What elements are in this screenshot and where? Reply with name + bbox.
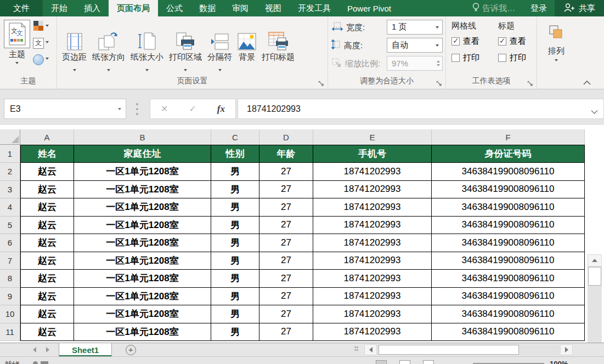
macro-record-icon[interactable] xyxy=(33,361,38,364)
breaks-button[interactable]: 分隔符 xyxy=(205,19,235,70)
cell-D6[interactable]: 27 xyxy=(259,234,313,252)
cell-F3[interactable]: 346384199008096110 xyxy=(432,181,585,199)
cell-C8[interactable]: 男 xyxy=(211,270,259,288)
tab-developer[interactable]: 开发工具 xyxy=(290,0,339,16)
cell-B7[interactable]: 一区1单元1208室 xyxy=(74,252,211,270)
scroll-up-icon[interactable] xyxy=(588,254,602,266)
scale-dialog-launcher-icon[interactable] xyxy=(436,79,443,86)
cell-E10[interactable]: 18741202993 xyxy=(313,305,432,323)
cell-C2[interactable]: 男 xyxy=(211,163,259,181)
cell-C11[interactable]: 男 xyxy=(211,323,259,342)
cell-E5[interactable]: 18741202993 xyxy=(313,217,432,235)
checkbox-unchecked[interactable] xyxy=(498,54,506,62)
tab-data[interactable]: 数据 xyxy=(191,0,224,16)
cell-A11[interactable]: 赵云 xyxy=(20,323,74,342)
tab-page-layout[interactable]: 页面布局 xyxy=(109,0,158,16)
cell-C6[interactable]: 男 xyxy=(211,234,259,252)
normal-view-icon[interactable] xyxy=(376,360,387,364)
cell-F10[interactable]: 346384199008096110 xyxy=(432,305,585,323)
checkbox-checked[interactable] xyxy=(451,37,460,46)
scale-spinner-arrows[interactable] xyxy=(437,59,440,68)
sheet-nav-left-icon[interactable] xyxy=(33,347,36,352)
sheet-nav-right-icon[interactable] xyxy=(46,347,49,352)
insert-function-icon[interactable]: fx xyxy=(217,104,225,115)
cell-E6[interactable]: 18741202993 xyxy=(313,234,432,252)
checkbox-unchecked[interactable] xyxy=(451,54,460,62)
background-button[interactable]: 背景 xyxy=(235,19,259,70)
cell-D2[interactable]: 27 xyxy=(259,163,313,181)
cell-C1[interactable]: 性别 xyxy=(211,145,259,163)
formula-bar-splitter[interactable]: ••• xyxy=(135,101,139,116)
cell-A6[interactable]: 赵云 xyxy=(20,234,74,252)
cell-F4[interactable]: 346384199008096110 xyxy=(432,198,585,217)
cell-E7[interactable]: 18741202993 xyxy=(313,252,432,270)
orientation-button[interactable]: 纸张方向 xyxy=(89,19,128,70)
cell-F2[interactable]: 346384199008096110 xyxy=(432,163,585,181)
formula-bar-expand-icon[interactable] xyxy=(591,106,598,116)
enter-icon[interactable]: ✓ xyxy=(189,104,196,114)
paper-size-button[interactable]: 纸张大小 xyxy=(128,19,166,70)
cell-A4[interactable]: 赵云 xyxy=(20,198,74,217)
width-dropdown[interactable]: 1 页 xyxy=(387,20,443,35)
cell-E9[interactable]: 18741202993 xyxy=(313,288,432,306)
cell-F11[interactable]: 346384199008096110 xyxy=(432,323,585,342)
cell-A1[interactable]: 姓名 xyxy=(20,145,74,163)
cell-A3[interactable]: 赵云 xyxy=(20,181,74,199)
sign-in-button[interactable]: 登录 xyxy=(523,0,555,16)
cell-F6[interactable]: 346384199008096110 xyxy=(432,234,585,252)
cell-C3[interactable]: 男 xyxy=(211,181,259,199)
page-break-view-icon[interactable] xyxy=(423,360,434,364)
row-header-3[interactable]: 3 xyxy=(0,181,20,199)
cell-C5[interactable]: 男 xyxy=(211,217,259,235)
horizontal-scrollbar[interactable] xyxy=(364,344,573,355)
theme-colors-button[interactable] xyxy=(33,20,49,33)
page-layout-view-icon[interactable] xyxy=(399,360,410,364)
tab-view[interactable]: 视图 xyxy=(257,0,290,16)
row-header-2[interactable]: 2 xyxy=(0,163,20,181)
row-header-7[interactable]: 7 xyxy=(0,252,20,270)
cell-F1[interactable]: 身份证号码 xyxy=(432,145,585,163)
row-header-10[interactable]: 10 xyxy=(0,305,20,323)
theme-effects-button[interactable] xyxy=(33,53,49,66)
arrange-button[interactable]: 排列 xyxy=(541,20,571,63)
print-titles-button[interactable]: 打印标题 xyxy=(259,19,297,70)
tab-formulas[interactable]: 公式 xyxy=(158,0,191,16)
name-box[interactable]: E3 xyxy=(4,99,126,119)
col-header-B[interactable]: B xyxy=(74,129,211,145)
col-header-A[interactable]: A xyxy=(20,129,74,145)
share-button[interactable]: 共享 xyxy=(555,0,604,16)
cell-A7[interactable]: 赵云 xyxy=(20,252,74,270)
cell-E2[interactable]: 18741202993 xyxy=(313,163,432,181)
tab-home[interactable]: 开始 xyxy=(43,0,76,16)
cell-B1[interactable]: 家庭住址 xyxy=(74,145,211,163)
cell-D9[interactable]: 27 xyxy=(259,288,313,306)
cell-F5[interactable]: 346384199008096110 xyxy=(432,217,585,235)
cancel-icon[interactable]: ✕ xyxy=(161,104,168,114)
tab-power-pivot[interactable]: Power Pivot xyxy=(339,0,399,16)
cell-E3[interactable]: 18741202993 xyxy=(313,181,432,199)
tell-me-box[interactable]: 告诉我… xyxy=(465,0,523,16)
col-header-E[interactable]: E xyxy=(313,129,432,145)
cell-B11[interactable]: 一区1单元1208室 xyxy=(74,323,211,342)
new-sheet-icon[interactable]: + xyxy=(126,345,136,355)
cell-A5[interactable]: 赵云 xyxy=(20,217,74,235)
margins-button[interactable]: 页边距 xyxy=(59,19,89,70)
col-header-D[interactable]: D xyxy=(259,129,313,145)
cell-D3[interactable]: 27 xyxy=(259,181,313,199)
cell-F7[interactable]: 346384199008096110 xyxy=(432,252,585,270)
horizontal-scroll-thumb[interactable] xyxy=(379,345,519,355)
tab-insert[interactable]: 插入 xyxy=(76,0,109,16)
formula-input[interactable]: 18741202993 xyxy=(238,99,604,119)
cell-F8[interactable]: 346384199008096110 xyxy=(432,270,585,288)
row-header-1[interactable]: 1 xyxy=(0,145,20,163)
collapse-ribbon-icon[interactable] xyxy=(583,78,594,87)
cell-E4[interactable]: 18741202993 xyxy=(313,198,432,217)
page-setup-dialog-launcher-icon[interactable] xyxy=(318,79,325,86)
cell-E1[interactable]: 手机号 xyxy=(313,145,432,163)
vertical-scroll-thumb[interactable] xyxy=(588,267,601,286)
cell-B10[interactable]: 一区1单元1208室 xyxy=(74,305,211,323)
cell-B4[interactable]: 一区1单元1208室 xyxy=(74,198,211,217)
select-all-corner[interactable] xyxy=(0,129,20,145)
cell-D5[interactable]: 27 xyxy=(259,217,313,235)
cell-D8[interactable]: 27 xyxy=(259,270,313,288)
